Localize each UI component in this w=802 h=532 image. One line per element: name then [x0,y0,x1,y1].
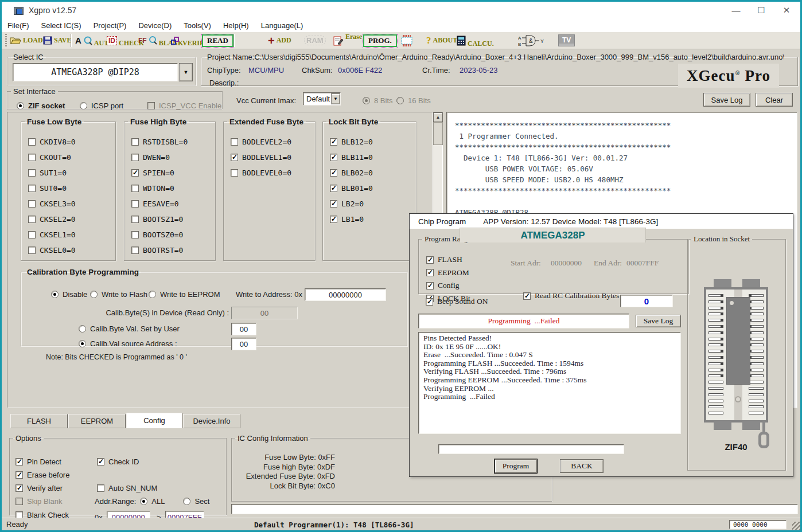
scroll-up-button[interactable]: ▲ [433,112,443,122]
checkbox-box[interactable] [330,138,337,146]
tab-device-info[interactable]: Device.Info [183,414,240,428]
save-log-button[interactable]: Save Log [703,93,750,107]
checkbox-box[interactable] [28,169,36,177]
checkbox-wdton-0[interactable]: WDTON=0 [131,184,215,193]
checkbox-box[interactable] [231,138,238,146]
auto-sn-checkbox[interactable]: Auto SN_NUM [97,484,157,492]
checkbox-box[interactable] [330,216,337,223]
checkbox-rstdisbl-0[interactable]: RSTDISBL=0 [131,138,215,146]
dialog-save-log-button[interactable]: Save Log [636,315,681,327]
save-button[interactable]: SAVE [43,32,71,49]
tab-flash[interactable]: FLASH [10,414,68,428]
load-button[interactable]: LOAD [10,32,43,49]
vcc-dropdown-button[interactable]: ▼ [331,93,340,104]
tv-button[interactable]: TV [558,32,575,49]
resize-grip[interactable] [792,522,800,530]
checkbox-lb2-0[interactable]: LB2=0 [330,200,416,208]
checkbox-box[interactable] [330,169,337,177]
checkbox-blb01-0[interactable]: BLB01=0 [330,184,416,193]
checkbox-box[interactable] [131,216,139,223]
calib-write-flash-radio[interactable]: Write to Flash [90,290,147,299]
addr-sect-radio[interactable] [183,498,190,505]
checkbox-bootsz0-0[interactable]: BOOTSZ0=0 [131,230,215,239]
scroll-thumb[interactable] [433,122,443,145]
beep-sound-checkbox[interactable]: Beep Sound ON [426,297,488,306]
checkbox-box[interactable] [131,169,139,177]
src-addr-input[interactable]: 00 [231,338,256,350]
erase-before-checkbox[interactable]: Erase before [15,471,69,479]
menu-help[interactable]: Help(H) [223,21,249,30]
verify-after-checkbox[interactable]: Verify after [15,484,63,492]
checkbox-box[interactable] [28,216,36,223]
checkbox-box[interactable] [231,169,238,177]
pin-detect-checkbox[interactable]: Pin Detect [15,457,61,466]
checkbox-bodlevel1-0[interactable]: BODLEVEL1=0 [231,153,315,162]
checkbox-sut1-0[interactable]: SUT1=0 [28,169,115,177]
menu-language[interactable]: Language(L) [261,21,303,30]
checkbox-box[interactable] [28,154,36,161]
checkbox-box[interactable] [28,200,36,208]
checkbox-box[interactable] [131,200,139,208]
checkbox-blb02-0[interactable]: BLB02=0 [330,169,416,177]
about-button[interactable]: ? ABOUT [426,32,457,49]
prog-button[interactable]: PROG. [363,32,397,49]
checkbox-box[interactable] [131,185,139,192]
menu-file[interactable]: File(F) [7,21,29,30]
calib-write-eeprom-radio[interactable]: Write to EEPROM [149,290,220,299]
checkbox-ckout-0[interactable]: CKOUT=0 [28,153,115,162]
checkbox-box[interactable] [426,269,434,276]
checkbox-cksel0-0[interactable]: CKSEL0=0 [28,246,115,255]
calib-disable-radio[interactable]: Disable [51,290,87,299]
checkbox-box[interactable] [330,200,337,208]
read-rc-checkbox[interactable]: Read RC Calibration Bytes [523,291,619,300]
checkbox-lb1-0[interactable]: LB1=0 [330,215,416,224]
tab-config[interactable]: Config [126,413,182,428]
checkbox-box[interactable] [231,154,238,161]
write-address-input[interactable]: 00000000 [305,288,386,301]
calib-user-val-radio[interactable]: Calib.Byte Val. Set by User [79,324,180,333]
checkbox-box[interactable] [28,138,36,146]
zif-socket-radio[interactable]: ZIF socket [17,101,65,110]
checkbox-box[interactable] [28,185,36,192]
checkbox-bootrst-0[interactable]: BOOTRST=0 [131,246,215,255]
checkbox-box[interactable] [131,154,139,161]
minimize-button[interactable]: — [723,2,749,19]
checkbox-sut0-0[interactable]: SUT0=0 [28,184,115,193]
check-id-checkbox[interactable]: Check ID [97,457,139,466]
checkbox-cksel1-0[interactable]: CKSEL1=0 [28,230,115,239]
read-button[interactable]: READ [202,32,233,49]
addr-all-radio[interactable] [140,498,147,505]
logic-gate-button[interactable]: AB&Y [518,32,544,49]
checkbox-box[interactable] [426,282,434,290]
chip-icon-button[interactable] [400,32,414,49]
checkbox-bootsz1-0[interactable]: BOOTSZ1=0 [131,215,215,224]
checkbox-config[interactable]: Config [426,281,688,290]
calib-src-addr-radio[interactable]: Calib.Val source Address : [79,339,177,348]
calcu-button[interactable]: CALCU. [457,32,494,49]
menu-tools[interactable]: Tools(V) [184,21,211,30]
menu-project[interactable]: Project(P) [94,21,127,30]
checkbox-blb12-0[interactable]: BLB12=0 [330,138,416,146]
program-button[interactable]: Program [495,459,537,473]
ic-combobox[interactable]: ATMEGA328P @DIP28 [13,63,178,81]
checkbox-box[interactable] [131,138,139,146]
checkbox-box[interactable] [131,247,139,254]
checkbox-eeprom[interactable]: EEPROM [426,268,688,277]
close-button[interactable]: ✕ [774,2,799,19]
checkbox-blb11-0[interactable]: BLB11=0 [330,153,416,162]
back-button[interactable]: BACK [560,459,604,473]
add-button[interactable]: + RAM ADD [268,32,291,49]
tab-eeprom[interactable]: EEPROM [68,414,126,428]
checkbox-bodlevel2-0[interactable]: BODLEVEL2=0 [231,138,315,146]
clear-button[interactable]: Clear [756,93,793,107]
menu-device[interactable]: Device(D) [138,21,172,30]
ic-dropdown-button[interactable]: ▼ [179,63,193,81]
checkbox-bodlevel0-0[interactable]: BODLEVEL0=0 [231,169,315,177]
menu-select-ic[interactable]: Select IC(S) [41,21,81,30]
checkbox-box[interactable] [330,154,337,161]
checkbox-box[interactable] [28,247,36,254]
checkbox-box[interactable] [426,256,434,264]
checkbox-eesave-0[interactable]: EESAVE=0 [131,200,215,208]
checkbox-cksel3-0[interactable]: CKSEL3=0 [28,200,115,208]
checkbox-box[interactable] [28,231,36,238]
